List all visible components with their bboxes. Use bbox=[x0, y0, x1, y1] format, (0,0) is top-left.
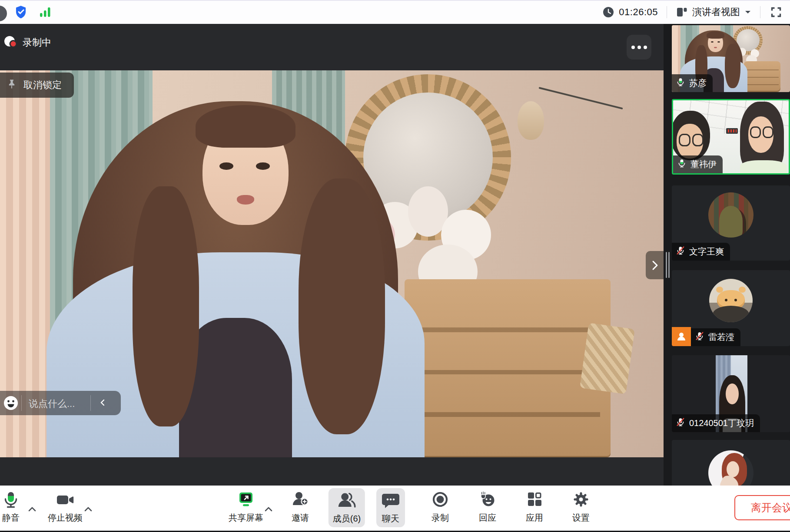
share-screen-button[interactable]: 共享屏幕 bbox=[229, 489, 263, 524]
chat-button[interactable]: 聊天 bbox=[376, 488, 405, 527]
meeting-window: 01:26:05 演讲者视图 录制中 bbox=[0, 0, 790, 532]
participant-avatar bbox=[708, 192, 753, 238]
share-screen-label: 共享屏幕 bbox=[229, 512, 263, 524]
view-mode-label[interactable]: 演讲者视图 bbox=[692, 6, 740, 19]
microphone-icon bbox=[1, 489, 20, 511]
react-button[interactable]: 回应 bbox=[478, 489, 498, 524]
participant-tile[interactable]: 雷若滢 bbox=[672, 270, 790, 346]
meeting-timer: 01:26:05 bbox=[619, 7, 658, 18]
invite-button[interactable]: 邀请 bbox=[290, 489, 310, 524]
sidebar-collapse-button[interactable] bbox=[646, 251, 664, 279]
more-options-button[interactable] bbox=[627, 35, 651, 59]
participant-name: 雷若滢 bbox=[708, 331, 734, 343]
mic-muted-icon bbox=[676, 417, 685, 429]
participant-tile[interactable] bbox=[672, 440, 790, 486]
leave-meeting-button[interactable]: 离开会议 bbox=[734, 495, 790, 520]
clock-icon bbox=[602, 6, 614, 18]
participant-name-tag: 苏彦 bbox=[672, 74, 713, 92]
participant-avatar bbox=[709, 279, 753, 322]
mute-options-caret[interactable] bbox=[27, 506, 37, 514]
recording-indicator: 录制中 bbox=[3, 35, 51, 50]
top-bar: 01:26:05 演讲者视图 bbox=[0, 0, 790, 24]
participant-tile[interactable]: 01240501丁玟玥 bbox=[672, 355, 790, 432]
divider bbox=[667, 6, 667, 18]
pin-icon bbox=[6, 79, 17, 92]
mute-button[interactable]: 静音 bbox=[1, 489, 20, 524]
share-options-caret[interactable] bbox=[263, 506, 274, 514]
security-shield-icon[interactable] bbox=[14, 5, 27, 19]
divider bbox=[90, 395, 91, 411]
members-icon bbox=[337, 490, 357, 512]
participants-sidebar: 苏彦 董祎伊 bbox=[664, 24, 790, 486]
sidebar-scrollbar[interactable] bbox=[666, 252, 667, 278]
camera-icon bbox=[55, 489, 75, 511]
recording-label: 录制中 bbox=[23, 36, 51, 49]
chat-bubble-icon bbox=[381, 490, 401, 512]
participant-name: 文字王爽 bbox=[689, 246, 724, 258]
invite-label: 邀请 bbox=[292, 512, 309, 524]
mute-label: 静音 bbox=[2, 512, 20, 524]
participant-role-badge bbox=[672, 327, 691, 346]
mic-muted-icon bbox=[676, 246, 685, 258]
share-screen-icon bbox=[236, 489, 256, 511]
video-options-caret[interactable] bbox=[83, 506, 93, 514]
network-signal-icon[interactable] bbox=[39, 6, 52, 18]
mic-on-icon bbox=[676, 77, 685, 89]
emoji-icon[interactable] bbox=[3, 395, 19, 413]
settings-label: 设置 bbox=[572, 512, 590, 524]
chat-input[interactable]: 说点什么... bbox=[29, 397, 75, 410]
participant-tile[interactable]: 苏彦 bbox=[672, 25, 790, 92]
members-label: 成员(6) bbox=[333, 513, 361, 525]
chevron-left-icon[interactable] bbox=[98, 398, 107, 409]
participant-tile[interactable]: 文字王爽 bbox=[672, 185, 790, 261]
react-label: 回应 bbox=[479, 512, 496, 524]
participant-avatar bbox=[708, 450, 753, 486]
members-button[interactable]: 成员(6) bbox=[329, 488, 365, 527]
apps-button[interactable]: 应用 bbox=[525, 489, 544, 524]
recording-icon bbox=[3, 35, 17, 50]
fullscreen-icon[interactable] bbox=[770, 6, 782, 18]
participant-name: 01240501丁玟玥 bbox=[689, 417, 754, 429]
divider bbox=[21, 395, 22, 411]
stop-video-button[interactable]: 停止视频 bbox=[48, 489, 83, 524]
invite-person-icon bbox=[290, 489, 310, 511]
speaker-view-icon[interactable] bbox=[676, 6, 688, 18]
unpin-button[interactable]: 取消锁定 bbox=[0, 73, 74, 98]
participant-name-tag: 雷若滢 bbox=[691, 328, 740, 346]
participant-name-tag: 01240501丁玟玥 bbox=[672, 414, 760, 432]
settings-button[interactable]: 设置 bbox=[571, 489, 591, 524]
record-label: 录制 bbox=[432, 512, 449, 524]
record-icon bbox=[431, 489, 450, 511]
main-video-area: 录制中 bbox=[0, 24, 664, 486]
chat-label: 聊天 bbox=[382, 513, 399, 525]
participant-name: 苏彦 bbox=[689, 77, 707, 89]
mic-on-icon bbox=[677, 159, 687, 170]
participant-name-tag: 文字王爽 bbox=[672, 243, 730, 261]
record-button[interactable]: 录制 bbox=[431, 489, 450, 524]
bottom-toolbar: 静音 停止视频 共享屏幕 邀请 bbox=[0, 486, 790, 531]
sidebar-scrollbar[interactable] bbox=[668, 252, 670, 278]
gear-icon bbox=[571, 489, 591, 511]
chevron-down-icon[interactable] bbox=[744, 10, 751, 15]
participant-tile-active[interactable]: 董祎伊 bbox=[672, 99, 790, 175]
react-smiley-icon bbox=[478, 489, 498, 511]
stop-video-label: 停止视频 bbox=[48, 512, 83, 524]
apps-grid-icon bbox=[525, 489, 544, 511]
participant-name: 董祎伊 bbox=[690, 159, 717, 170]
unpin-label: 取消锁定 bbox=[23, 79, 62, 92]
divider bbox=[760, 6, 760, 18]
participant-name-tag: 董祎伊 bbox=[673, 155, 723, 173]
quick-chat-bar: 说点什么... bbox=[0, 391, 121, 415]
apps-label: 应用 bbox=[526, 512, 543, 524]
mic-muted-icon bbox=[695, 331, 704, 343]
